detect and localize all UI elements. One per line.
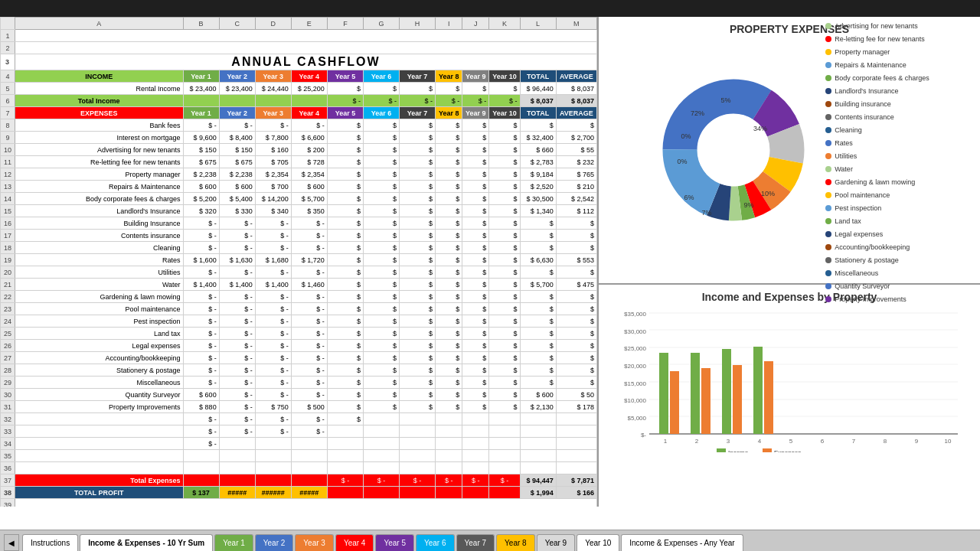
expenses-header-row: 7 EXPENSES Year 1 Year 2 Year 3 Year 4 Y… [1, 107, 597, 119]
tab-year1[interactable]: Year 1 [214, 534, 253, 551]
donut-chart: 34% 10% 9% 7% 6% 0% 0% 72% 5% [649, 66, 818, 234]
donut-legend: Bank fees Interest on mortgage Advertisi… [825, 17, 929, 306]
row-35: 35 [1, 450, 597, 462]
tab-year9[interactable]: Year 9 [537, 534, 576, 551]
rental-income-row: 5 Rental Income $ 23,400 $ 23,400 $ 24,4… [1, 83, 597, 95]
tab-year5[interactable]: Year 5 [375, 534, 414, 551]
bar-chart-svg: $35,000 $30,000 $25,000 $20,000 $15,000 … [605, 307, 974, 452]
svg-text:0%: 0% [678, 158, 688, 165]
svg-text:$5,000: $5,000 [628, 415, 647, 422]
svg-text:6: 6 [821, 438, 825, 445]
svg-text:34%: 34% [753, 125, 767, 132]
row-33: 33 $ -$ - $ -$ - [1, 425, 597, 438]
tab-10yr-sum[interactable]: Income & Expenses - 10 Yr Sum [80, 534, 213, 551]
col-header-row: A B C D E F G H I J K L M [1, 18, 597, 30]
svg-text:7: 7 [852, 438, 856, 445]
svg-rect-38 [691, 353, 700, 434]
svg-text:$30,000: $30,000 [624, 328, 646, 335]
expense-row-utilities: 20 Utilities $ -$ - $ -$ - $ $ $ $ $ $ $… [1, 266, 597, 279]
spreadsheet-area[interactable]: A B C D E F G H I J K L M 1 [0, 17, 599, 507]
tab-any-year[interactable]: Income & Expenses - Any Year [621, 534, 743, 551]
svg-text:6%: 6% [684, 194, 694, 201]
expense-row-improvements: 31 Property Improvements $ 880$ - $ 750$… [1, 401, 597, 413]
svg-text:10: 10 [945, 438, 952, 445]
expense-row-misc: 29 Miscellaneous $ -$ - $ -$ - $ $ $ $ $… [1, 377, 597, 389]
row-32: 32 $ -$ - $ -$ - $ [1, 413, 597, 425]
svg-text:Expenses: Expenses [774, 449, 801, 452]
tab-year10[interactable]: Year 10 [577, 534, 619, 551]
row-36: 36 [1, 462, 597, 474]
svg-text:$25,000: $25,000 [624, 345, 646, 352]
svg-rect-41 [733, 365, 742, 434]
svg-rect-54 [717, 448, 726, 452]
expense-row-stationery: 28 Stationery & postage $ -$ - $ -$ - $ … [1, 364, 597, 377]
expense-row-qty-surveyor: 30 Quantity Surveyor $ 600$ - $ -$ - $ $… [1, 389, 597, 401]
expense-row-propmanager: 12 Property manager $ 2,238$ 2,238 $ 2,3… [1, 168, 597, 181]
expense-row-accounting: 27 Accounting/bookkeeping $ -$ - $ -$ - … [1, 352, 597, 364]
expense-row-mortgage: 9 Interest on mortgage $ 9,600$ 8,400 $ … [1, 132, 597, 144]
svg-text:Income: Income [728, 449, 749, 452]
svg-text:$15,000: $15,000 [624, 380, 646, 387]
svg-text:0%: 0% [681, 132, 691, 140]
bar-chart-panel: Income and Expenses by Property $35,000 … [599, 285, 980, 530]
property-expenses-panel: PROPERTY EXPENSES [599, 17, 980, 285]
svg-text:$10,000: $10,000 [624, 397, 646, 404]
expense-row-rates: 19 Rates $ 1,600$ 1,630 $ 1,680$ 1,720 $… [1, 254, 597, 266]
svg-rect-39 [701, 368, 710, 434]
svg-rect-43 [764, 361, 773, 434]
tab-year4[interactable]: Year 4 [335, 534, 374, 551]
expense-row-repairs: 13 Repairs & Maintenance $ 600$ 600 $ 70… [1, 181, 597, 193]
title-row: 3 ANNUAL CASHFLOW [1, 54, 597, 70]
tab-scroll-left[interactable]: ◀ [4, 534, 19, 551]
svg-text:$20,000: $20,000 [624, 363, 646, 370]
expense-row-building: 16 Building Insurance $ -$ - $ -$ - $ $ … [1, 217, 597, 230]
excel-window: A B C D E F G H I J K L M 1 [0, 0, 980, 551]
row-34: 34 $ - [1, 438, 597, 450]
tab-instructions[interactable]: Instructions [22, 534, 78, 551]
svg-text:$-: $- [641, 432, 646, 439]
expense-row-pest: 24 Pest inspection $ -$ - $ -$ - $ $ $ $… [1, 315, 597, 328]
svg-text:4: 4 [758, 438, 762, 445]
expense-row-bodycorp: 14 Body corporate fees & charges $ 5,200… [1, 193, 597, 205]
total-income-row: 6 Total Income ##### ##### ##### ##### $… [1, 95, 597, 107]
expense-row-landlord: 15 Landlord's Insurance $ 320$ 330 $ 340… [1, 205, 597, 217]
svg-text:7%: 7% [702, 209, 712, 217]
expense-row-advertising: 10 Advertising for new tenants $ 150$ 15… [1, 144, 597, 156]
svg-rect-56 [763, 448, 772, 452]
expense-row-bank: 8 Bank fees $ -$ - $ -$ - $ $ $ $ $ $ $ … [1, 119, 597, 132]
svg-rect-42 [753, 347, 763, 434]
chart-panels: PROPERTY EXPENSES [599, 17, 980, 530]
svg-text:3: 3 [727, 438, 730, 445]
tab-year6[interactable]: Year 6 [416, 534, 455, 551]
svg-text:10%: 10% [761, 190, 775, 197]
donut-area: 34% 10% 9% 7% 6% 0% 0% 72% 5% Bank fees … [605, 39, 974, 261]
spreadsheet-title: ANNUAL CASHFLOW [15, 54, 596, 70]
total-expenses-row: 37 Total Expenses ##### ##### ##### ####… [1, 474, 597, 487]
tab-bar: ◀ Instructions Income & Expenses - 10 Yr… [0, 530, 980, 551]
expense-row-pool: 23 Pool maintenance $ -$ - $ -$ - $ $ $ … [1, 303, 597, 315]
tab-year2[interactable]: Year 2 [255, 534, 294, 551]
expense-row-reletting: 11 Re-letting fee for new tenants $ 675$… [1, 156, 597, 168]
row-39: 39 [1, 499, 597, 507]
expense-row-legal: 26 Legal expenses $ -$ - $ -$ - $ $ $ $ … [1, 340, 597, 352]
income-section-header: INCOME [15, 70, 183, 83]
svg-text:1: 1 [664, 438, 668, 445]
main-content: A B C D E F G H I J K L M 1 [0, 17, 980, 530]
title-bar [0, 0, 980, 17]
expense-row-cleaning: 18 Cleaning $ -$ - $ -$ - $ $ $ $ $ $ $ … [1, 242, 597, 254]
svg-text:$35,000: $35,000 [624, 311, 646, 318]
total-profit-row: 38 TOTAL PROFIT $ 137 ##### ###### #####… [1, 487, 597, 499]
svg-text:2: 2 [695, 438, 699, 445]
tab-year3[interactable]: Year 3 [295, 534, 334, 551]
tab-year8[interactable]: Year 8 [496, 534, 535, 551]
svg-text:8: 8 [884, 438, 887, 445]
bar-chart-area: $35,000 $30,000 $25,000 $20,000 $15,000 … [605, 307, 974, 452]
expense-row-contents: 17 Contents insurance $ -$ - $ -$ - $ $ … [1, 230, 597, 242]
svg-rect-37 [670, 371, 679, 434]
svg-text:72%: 72% [691, 109, 704, 117]
svg-text:9%: 9% [744, 201, 754, 209]
row-2: 2 [1, 42, 597, 54]
tab-year7[interactable]: Year 7 [456, 534, 495, 551]
svg-rect-36 [659, 353, 668, 434]
income-header-row: 4 INCOME Year 1 Year 2 Year 3 Year 4 Yea… [1, 70, 597, 83]
